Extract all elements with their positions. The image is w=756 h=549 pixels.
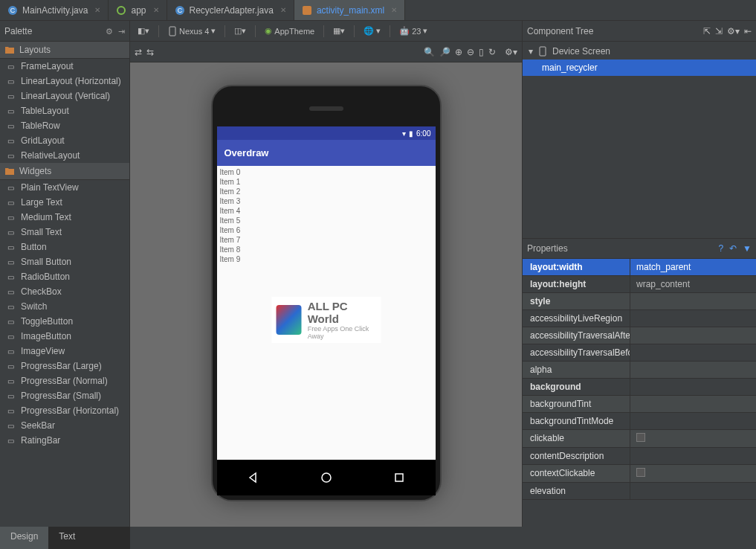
- property-value[interactable]: [630, 483, 756, 499]
- palette-item[interactable]: ▭Medium Text: [0, 210, 129, 225]
- palette-group-label: Layouts: [19, 45, 51, 55]
- palette-group[interactable]: Widgets: [0, 163, 129, 180]
- filter-icon[interactable]: ▼: [743, 243, 752, 254]
- property-value[interactable]: [630, 310, 756, 327]
- property-value[interactable]: [630, 396, 756, 412]
- variant-icon[interactable]: ▦▾: [330, 25, 348, 37]
- theme-selector[interactable]: ◉AppTheme: [262, 25, 317, 37]
- property-key: layout:width: [523, 259, 630, 275]
- hide-icon[interactable]: ⇤: [744, 26, 752, 36]
- orientation-icon[interactable]: ◫▾: [231, 25, 249, 37]
- property-row[interactable]: backgroundTintMode: [523, 413, 756, 430]
- zoom-out-icon[interactable]: ⊖: [467, 47, 474, 57]
- palette-item[interactable]: ▭RatingBar: [0, 433, 129, 448]
- close-icon[interactable]: ✕: [391, 6, 397, 14]
- palette-item[interactable]: ▭GridLayout: [0, 133, 129, 148]
- property-row[interactable]: layout:widthmatch_parent: [523, 259, 756, 276]
- property-value[interactable]: [630, 327, 756, 344]
- zoom-in-icon[interactable]: ⊕: [455, 47, 462, 57]
- palette-item[interactable]: ▭Large Text: [0, 195, 129, 210]
- property-value[interactable]: wrap_content: [630, 276, 756, 292]
- tree-root[interactable]: ▾ Device Screen: [523, 43, 756, 60]
- palette-item[interactable]: ▭ImageButton: [0, 329, 129, 344]
- property-row[interactable]: style: [523, 293, 756, 310]
- palette-item[interactable]: ▭SeekBar: [0, 418, 129, 433]
- zoom-fit-icon[interactable]: 🔍: [424, 47, 435, 57]
- property-row[interactable]: accessibilityTraversalBefore: [523, 344, 756, 362]
- palette-item[interactable]: ▭ProgressBar (Large): [0, 359, 129, 373]
- expand-all-icon[interactable]: ⇱: [703, 26, 711, 36]
- expand-icon[interactable]: ⇄: [135, 47, 142, 57]
- help-icon[interactable]: ?: [718, 243, 723, 254]
- palette-item[interactable]: ▭CheckBox: [0, 284, 129, 299]
- property-row[interactable]: backgroundTint: [523, 396, 756, 413]
- property-value[interactable]: [630, 293, 756, 309]
- property-row[interactable]: layout:heightwrap_content: [523, 276, 756, 293]
- api-selector[interactable]: 🤖23▾: [396, 25, 430, 37]
- palette-item[interactable]: ▭TableRow: [0, 118, 129, 133]
- palette-item[interactable]: ▭ToggleButton: [0, 314, 129, 329]
- tab-text[interactable]: Text: [48, 527, 85, 549]
- close-icon[interactable]: ✕: [94, 6, 100, 14]
- close-icon[interactable]: ✕: [153, 6, 159, 14]
- property-row[interactable]: accessibilityTraversalAfter: [523, 327, 756, 344]
- palette-group[interactable]: Layouts: [0, 42, 129, 59]
- palette-item[interactable]: ▭Switch: [0, 299, 129, 314]
- palette-item[interactable]: ▭FrameLayout: [0, 59, 129, 74]
- property-value[interactable]: [630, 430, 756, 447]
- screenshot-icon[interactable]: ▯: [479, 47, 484, 57]
- property-value[interactable]: [630, 448, 756, 464]
- palette-item[interactable]: ▭Button: [0, 240, 129, 254]
- toggle-view-icon[interactable]: ◧▾: [135, 25, 152, 37]
- home-icon[interactable]: [320, 471, 333, 484]
- tab-activity-main[interactable]: activity_main.xml ✕: [294, 0, 405, 20]
- locale-icon[interactable]: 🌐▾: [361, 25, 384, 37]
- property-row[interactable]: contextClickable: [523, 465, 756, 483]
- back-icon[interactable]: [247, 471, 260, 484]
- palette-item[interactable]: ▭ProgressBar (Normal): [0, 373, 129, 388]
- property-value[interactable]: [630, 413, 756, 429]
- property-row[interactable]: alpha: [523, 362, 756, 379]
- palette-item[interactable]: ▭ImageView: [0, 344, 129, 359]
- gear-icon[interactable]: ⚙▾: [727, 26, 740, 36]
- device-selector[interactable]: Nexus 4▾: [165, 25, 219, 38]
- refresh-icon[interactable]: ↻: [488, 47, 496, 57]
- property-value[interactable]: match_parent: [630, 259, 756, 275]
- shrink-icon[interactable]: ⇆: [146, 47, 154, 57]
- tab-app[interactable]: app ✕: [109, 0, 167, 20]
- tab-design[interactable]: Design: [0, 527, 48, 549]
- property-value[interactable]: [630, 379, 756, 395]
- palette-item[interactable]: ▭RelativeLayout: [0, 148, 129, 163]
- palette-item[interactable]: ▭LinearLayout (Vertical): [0, 89, 129, 103]
- property-value[interactable]: [630, 344, 756, 361]
- palette-item[interactable]: ▭RadioButton: [0, 269, 129, 284]
- palette-item[interactable]: ▭Plain TextView: [0, 180, 129, 195]
- undo-icon[interactable]: ↶: [729, 243, 737, 254]
- device-screen[interactable]: ▾ ▮ 6:00 Overdraw Item 0Item 1Item 2Item…: [217, 126, 436, 460]
- zoom-actual-icon[interactable]: 🔎: [439, 47, 450, 57]
- property-row[interactable]: accessibilityLiveRegion: [523, 310, 756, 327]
- tab-recycleradapter[interactable]: C RecyclerAdapter.java ✕: [167, 0, 294, 20]
- checkbox[interactable]: [636, 433, 645, 442]
- property-value[interactable]: [630, 362, 756, 378]
- palette-item[interactable]: ▭LinearLayout (Horizontal): [0, 74, 129, 89]
- property-row[interactable]: contentDescription: [523, 448, 756, 465]
- palette-item[interactable]: ▭Small Text: [0, 225, 129, 240]
- property-row[interactable]: elevation: [523, 483, 756, 500]
- recents-icon[interactable]: [392, 471, 406, 484]
- checkbox[interactable]: [636, 468, 645, 477]
- gear-icon[interactable]: ⚙: [106, 27, 113, 36]
- tree-item-main-recycler[interactable]: main_recycler: [523, 60, 756, 76]
- property-row[interactable]: clickable: [523, 430, 756, 448]
- palette-item[interactable]: ▭TableLayout: [0, 103, 129, 118]
- close-icon[interactable]: ✕: [280, 6, 286, 14]
- palette-item[interactable]: ▭ProgressBar (Horizontal): [0, 403, 129, 418]
- property-value[interactable]: [630, 465, 756, 482]
- collapse-all-icon[interactable]: ⇲: [715, 26, 723, 36]
- collapse-icon[interactable]: ⇥: [118, 27, 125, 36]
- tab-mainactivity[interactable]: C MainActivity.java ✕: [0, 0, 109, 20]
- palette-item[interactable]: ▭ProgressBar (Small): [0, 388, 129, 403]
- settings-icon[interactable]: ⚙▾: [505, 47, 517, 57]
- palette-item[interactable]: ▭Small Button: [0, 254, 129, 269]
- property-row[interactable]: background: [523, 379, 756, 396]
